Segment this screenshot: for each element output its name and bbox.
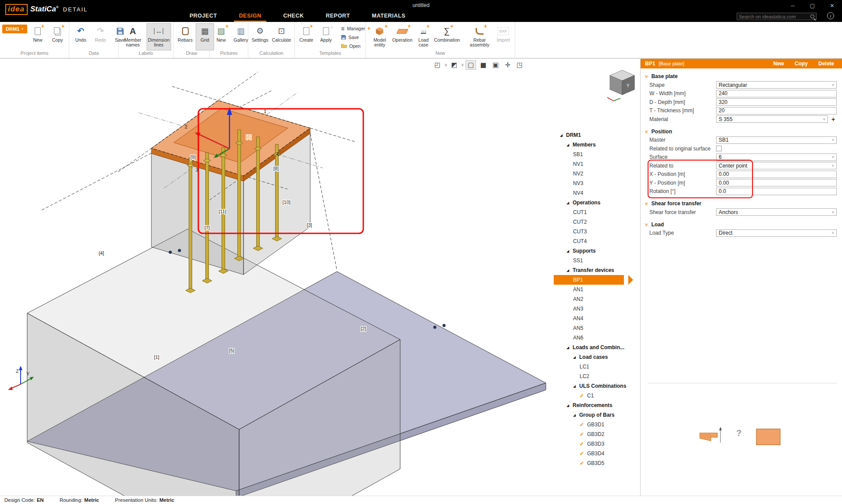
surface-select[interactable]: 6˅ (716, 154, 837, 161)
tab-project[interactable]: PROJECT (184, 11, 222, 22)
tree-item-members[interactable]: ◢Members (554, 140, 636, 150)
display-mode-icon[interactable]: ◩ (449, 60, 459, 70)
section-header-load[interactable]: ˅Load (641, 220, 842, 229)
check-icon[interactable]: ✓ (580, 393, 585, 399)
delete-entity-button[interactable]: Delete (815, 61, 838, 67)
tree-item-nv1[interactable]: NV1 (554, 159, 636, 169)
check-icon[interactable]: ✓ (580, 460, 585, 466)
master-select[interactable]: SB1˅ (716, 136, 837, 144)
navigation-cube[interactable]: Y (607, 70, 634, 101)
depth-input[interactable]: 320 (716, 98, 837, 106)
new-entity-button[interactable]: New (770, 61, 788, 67)
x-position-input[interactable]: 0.00 (716, 171, 837, 178)
tree-item-gb3d5[interactable]: ✓GB3D5 (554, 458, 636, 468)
tree-item-gb3d1[interactable]: ✓GB3D1 (554, 420, 636, 429)
expand-icon[interactable]: ◢ (566, 143, 571, 147)
new-rebar-assembly-button[interactable]: + Rebar assembly (466, 23, 493, 50)
expand-icon[interactable]: ◢ (573, 413, 577, 417)
tree-item-sb1[interactable]: SB1 (554, 150, 636, 159)
check-icon[interactable]: ✓ (580, 422, 585, 428)
zoom-fit-icon[interactable]: ✛ (503, 60, 513, 70)
related-surface-checkbox[interactable] (716, 146, 722, 151)
redo-button[interactable]: ↷ Redo (91, 23, 110, 50)
tree-item-group-of-bars[interactable]: ◢Group of Bars (554, 410, 636, 420)
tree-item-gb3d3[interactable]: ✓GB3D3 (554, 439, 636, 449)
tree-item-nv2[interactable]: NV2 (554, 169, 636, 179)
tree-item-loads-and-combinations[interactable]: ◢Loads and Combin... (554, 343, 636, 352)
width-input[interactable]: 240 (716, 90, 837, 97)
info-icon[interactable]: i (827, 12, 834, 19)
close-button[interactable]: ✕ (822, 0, 842, 11)
related-to-select[interactable]: Center point˅ (716, 162, 837, 169)
new-combination-button[interactable]: ∑+ Combination (435, 23, 459, 50)
tree-item-transfer-devices[interactable]: ◢Transfer devices (554, 265, 636, 275)
tree-item-an3[interactable]: AN3 (554, 304, 636, 314)
tab-report[interactable]: REPORT (320, 11, 355, 22)
apply-template-button[interactable]: ↓ Apply (317, 23, 335, 50)
new-operation-button[interactable]: + Operation (393, 23, 412, 50)
dxf-import-button[interactable]: DXF Import (494, 23, 512, 50)
check-icon[interactable]: ✓ (580, 441, 585, 447)
new-project-item-button[interactable]: + New (29, 23, 47, 50)
maximize-button[interactable]: ▢ (803, 0, 822, 11)
copy-project-item-button[interactable]: + Copy (48, 23, 67, 50)
member-names-button[interactable]: A Member names (121, 23, 145, 50)
expand-icon[interactable]: ◢ (573, 384, 577, 388)
add-material-button[interactable]: + (830, 116, 837, 123)
tree-item-an5[interactable]: AN5 (554, 323, 636, 333)
tree-item-cut4[interactable]: CUT4 (554, 236, 636, 246)
clipping-tool-icon[interactable]: ◰ (432, 60, 443, 70)
check-icon[interactable]: ✓ (580, 450, 585, 457)
new-load-case-button[interactable]: ↓↓↓+ Load case (413, 23, 434, 50)
material-select[interactable]: S 355˅ (716, 115, 828, 123)
tree-item-an2[interactable]: AN2 (554, 294, 636, 304)
expand-icon[interactable]: ◢ (566, 346, 571, 350)
rebars-button[interactable]: Rebars (176, 23, 194, 50)
chevron-down-icon[interactable]: ˅ (444, 63, 447, 68)
settings-button[interactable]: ⚙ Settings (251, 23, 269, 50)
fullscreen-icon[interactable]: ◳ (514, 60, 525, 70)
gallery-button[interactable]: ▥ Gallery (232, 23, 250, 50)
load-type-select[interactable]: Direct˅ (716, 229, 837, 237)
3d-viewport[interactable]: [1] [2] [3] [4] [5] [6] [7] [8] [9] [10]… (0, 59, 640, 496)
section-header-position[interactable]: ˅Position (641, 127, 842, 136)
calculate-button[interactable]: ⊡ Calculate (271, 23, 292, 50)
chevron-down-icon[interactable]: ˅ (461, 63, 464, 68)
tree-item-an4[interactable]: AN4 (554, 314, 636, 323)
section-header-shear[interactable]: ˅Shear force transfer (641, 199, 842, 208)
template-manager-button[interactable]: ≣ Manager + (339, 24, 372, 32)
tree-item-lc1[interactable]: LC1 (554, 362, 636, 372)
undo-button[interactable]: ↶ Undo (72, 23, 90, 50)
tree-item-cut1[interactable]: CUT1 (554, 207, 636, 217)
tree-item-supports[interactable]: ◢Supports (554, 246, 636, 256)
tree-item-drm1[interactable]: ◢DRM1 (554, 130, 636, 140)
tree-item-reinforcements[interactable]: ◢Reinforcements (554, 400, 636, 410)
search-icon[interactable] (810, 14, 814, 18)
tab-design[interactable]: DESIGN (234, 11, 267, 22)
tree-item-an1[interactable]: AN1 (554, 285, 636, 294)
detail-item-selector[interactable]: DRM1˅ (2, 25, 27, 33)
tab-materials[interactable]: MATERIALS (367, 11, 411, 22)
section-header-base-plate[interactable]: ˅Base plate (641, 72, 842, 81)
wireframe-view-icon[interactable]: ▢ (466, 60, 476, 70)
expand-icon[interactable]: ◢ (566, 249, 571, 253)
expand-icon[interactable]: ◢ (566, 268, 571, 272)
tree-item-gb3d2[interactable]: ✓GB3D2 (554, 429, 636, 439)
dimension-lines-button[interactable]: ↔ Dimension lines (147, 23, 171, 50)
tree-item-gb3d4[interactable]: ✓GB3D4 (554, 449, 636, 458)
solid-view-icon[interactable]: ■ (478, 60, 488, 70)
tree-item-cut3[interactable]: CUT3 (554, 227, 636, 236)
tab-check[interactable]: CHECK (278, 11, 309, 22)
search-box[interactable] (737, 13, 817, 20)
tree-item-uls-combinations[interactable]: ◢ULS Combinations (554, 381, 636, 391)
template-save-button[interactable]: Save (339, 33, 372, 41)
tree-item-lc2[interactable]: LC2 (554, 372, 636, 381)
tree-item-an6[interactable]: AN6 (554, 333, 636, 343)
tree-item-nv4[interactable]: NV4 (554, 188, 636, 198)
new-picture-button[interactable]: ▧+ New (212, 23, 230, 50)
template-open-button[interactable]: Open (339, 42, 372, 50)
thickness-input[interactable]: 20 (716, 107, 837, 114)
shape-select[interactable]: Rectangular˅ (716, 81, 837, 89)
expand-icon[interactable]: ◢ (566, 404, 571, 407)
tree-item-c1[interactable]: ✓C1 (554, 391, 636, 400)
